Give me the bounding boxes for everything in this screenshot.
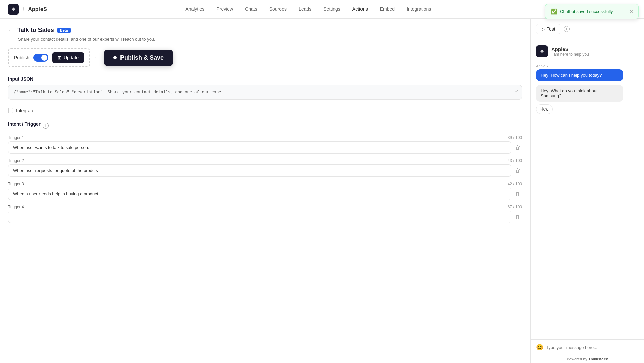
back-button[interactable]: ← <box>8 27 14 34</box>
main-nav: AnalyticsPreviewChatsSourcesLeadsSetting… <box>179 0 437 18</box>
trigger-group-1: Trigger 1 39 / 100 🗑 <box>8 135 522 154</box>
trigger-count-2: 43 / 100 <box>508 158 522 163</box>
chat-area: AppleS I am here to help you AppleS Hey!… <box>531 40 644 339</box>
play-icon: ▷ <box>541 26 545 32</box>
trigger-group-2: Trigger 2 43 / 100 🗑 <box>8 158 522 177</box>
quick-replies: Hey! What do you think about Samsung? Ho… <box>536 85 639 114</box>
bot-name: AppleS <box>551 46 589 52</box>
trigger-delete-1[interactable]: 🗑 <box>514 143 522 152</box>
user-bubble-1: Hey! What do you think about Samsung? <box>536 85 623 102</box>
bot-bubble: Hey! How can I help you today? <box>536 69 623 81</box>
emoji-icon[interactable]: 😊 <box>536 344 543 351</box>
nav-item-embed[interactable]: Embed <box>374 0 401 18</box>
bot-tagline: I am here to help you <box>551 52 589 57</box>
trigger-input-row-1: 🗑 <box>8 141 522 154</box>
publish-save-dot <box>113 56 117 59</box>
trigger-delete-2[interactable]: 🗑 <box>514 166 522 175</box>
page-subtitle: Share your contact details, and one of o… <box>18 37 522 42</box>
bot-sender-label: AppleS <box>536 64 639 68</box>
chat-input-area: 😊 <box>531 339 644 355</box>
nav-item-settings[interactable]: Settings <box>317 0 346 18</box>
toast-notification: ✅ Chatbot saved successfully × <box>545 4 639 19</box>
triggers-container: Trigger 1 39 / 100 🗑 Trigger 2 43 / 100 … <box>8 135 522 223</box>
content-area: ← Talk to Sales Beta Share your contact … <box>0 19 530 363</box>
header-separator: / <box>23 6 24 12</box>
right-panel: ▷ Test i AppleS I am here to help you <box>530 19 644 363</box>
trigger-delete-4[interactable]: 🗑 <box>514 213 522 221</box>
trigger-meta-3: Trigger 3 42 / 100 <box>8 182 522 186</box>
publish-toggle[interactable] <box>33 54 48 62</box>
test-label: Test <box>547 26 555 32</box>
json-content: {"name":"Talk to Sales","description":"S… <box>14 90 221 95</box>
trigger-group-3: Trigger 3 42 / 100 🗑 <box>8 182 522 200</box>
toast-message: Chatbot saved successfully <box>560 9 613 14</box>
user-message-group: Hey! What do you think about Samsung? Ho… <box>536 85 639 114</box>
trigger-input-4[interactable] <box>8 211 511 223</box>
trigger-count-4: 67 / 100 <box>508 205 522 209</box>
expand-icon[interactable]: ⤢ <box>515 89 518 94</box>
trigger-input-3[interactable] <box>8 188 511 200</box>
trigger-input-row-2: 🗑 <box>8 164 522 177</box>
powered-by-prefix: Powered by <box>567 357 588 361</box>
nav-item-analytics[interactable]: Analytics <box>179 0 210 18</box>
powered-by: Powered by Thinkstack <box>531 355 644 363</box>
logo-icon <box>8 4 19 15</box>
json-box: {"name":"Talk to Sales","description":"S… <box>8 85 522 100</box>
page-header: ← Talk to Sales Beta <box>8 27 522 34</box>
bot-avatar <box>536 45 548 57</box>
nav-item-actions[interactable]: Actions <box>346 0 374 18</box>
info-icon[interactable]: i <box>43 123 49 129</box>
bot-info: AppleS I am here to help you <box>551 46 589 57</box>
beta-badge: Beta <box>57 28 71 33</box>
publish-label: Publish <box>14 55 29 60</box>
nav-item-sources[interactable]: Sources <box>263 0 293 18</box>
trigger-input-2[interactable] <box>8 164 511 177</box>
trigger-name-2: Trigger 2 <box>8 158 24 163</box>
powered-by-brand: Thinkstack <box>588 357 608 361</box>
publish-section: Publish ⊞ Update <box>8 48 90 67</box>
trigger-name-1: Trigger 1 <box>8 135 24 140</box>
nav-item-chats[interactable]: Chats <box>239 0 263 18</box>
trigger-name-4: Trigger 4 <box>8 205 24 209</box>
quick-reply-how[interactable]: How <box>536 104 553 114</box>
bot-message-group: AppleS Hey! How can I help you today? <box>536 64 639 81</box>
trigger-name-3: Trigger 3 <box>8 182 24 186</box>
trigger-group-4: Trigger 4 67 / 100 🗑 <box>8 205 522 223</box>
integrate-label: Integrate <box>16 108 34 113</box>
page-title: Talk to Sales <box>17 27 54 34</box>
test-info-icon[interactable]: i <box>564 26 570 32</box>
integrate-checkbox[interactable] <box>8 108 13 113</box>
trigger-meta-4: Trigger 4 67 / 100 <box>8 205 522 209</box>
chat-input[interactable] <box>546 345 639 350</box>
trigger-meta-2: Trigger 2 43 / 100 <box>8 158 522 163</box>
update-icon: ⊞ <box>58 55 62 60</box>
publish-save-button[interactable]: Publish & Save <box>104 50 173 66</box>
test-button[interactable]: ▷ Test <box>536 24 560 34</box>
trigger-input-row-4: 🗑 <box>8 211 522 223</box>
integrate-row: Integrate <box>8 108 522 113</box>
chat-messages: AppleS Hey! How can I help you today? He… <box>536 64 639 114</box>
input-json-label: Input JSON <box>8 76 522 82</box>
update-button[interactable]: ⊞ Update <box>52 52 84 63</box>
trigger-meta-1: Trigger 1 39 / 100 <box>8 135 522 140</box>
arrow-indicator: ← <box>94 54 100 61</box>
trigger-delete-3[interactable]: 🗑 <box>514 190 522 198</box>
trigger-count-3: 42 / 100 <box>508 182 522 186</box>
publish-save-label: Publish & Save <box>120 54 164 61</box>
trigger-input-1[interactable] <box>8 141 511 154</box>
bot-header: AppleS I am here to help you <box>536 45 639 57</box>
nav-item-leads[interactable]: Leads <box>293 0 317 18</box>
toast-success-icon: ✅ <box>551 8 557 15</box>
publish-bar: Publish ⊞ Update ← Publish & Save <box>8 48 522 67</box>
update-button-label: Update <box>64 55 79 60</box>
right-top: ▷ Test i <box>531 19 644 40</box>
logo[interactable]: / AppleS <box>8 4 47 15</box>
nav-item-integrations[interactable]: Integrations <box>401 0 437 18</box>
intent-trigger-label: Intent / Trigger <box>8 121 41 127</box>
intent-trigger-header: Intent / Trigger i <box>8 121 522 130</box>
trigger-input-row-3: 🗑 <box>8 188 522 200</box>
toast-close-button[interactable]: × <box>630 9 633 15</box>
nav-item-preview[interactable]: Preview <box>210 0 239 18</box>
trigger-count-1: 39 / 100 <box>508 135 522 140</box>
app-name: AppleS <box>28 6 47 12</box>
